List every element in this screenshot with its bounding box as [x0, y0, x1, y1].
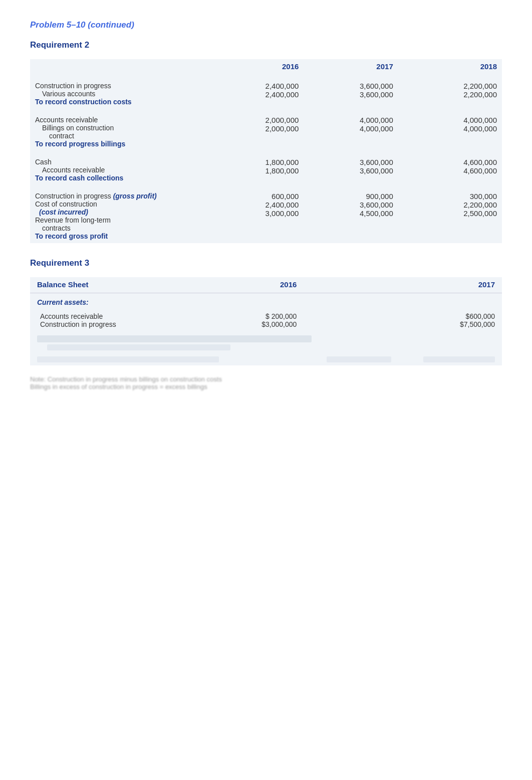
progress-billings-2018: 4,000,000 4,000,000 — [398, 109, 502, 151]
blurred-row-2 — [30, 354, 502, 365]
construction-costs-2018: 2,200,000 2,200,000 — [398, 75, 502, 109]
balance-sheet-label: Balance Sheet — [30, 277, 209, 293]
col-2016-header-req3: 2016 — [209, 277, 304, 293]
construction-costs-2017: 3,600,000 3,600,000 — [304, 75, 398, 109]
cash-collections-2018: 4,600,000 4,600,000 — [398, 151, 502, 185]
requirement3-title: Requirement 3 — [30, 258, 502, 268]
cash-collections-label: Cash Accounts receivable To record cash … — [30, 151, 209, 185]
ar-2016-amount: $ 200,000 $3,000,000 — [209, 309, 304, 331]
requirement2-title: Requirement 2 — [30, 40, 502, 50]
current-assets-row: Current assets: — [30, 293, 502, 310]
balance-sheet-header-row: Balance Sheet 2016 2017 — [30, 277, 502, 293]
ar-2017-amount: $600,000 $7,500,000 — [398, 309, 502, 331]
table-row: Accounts receivable Billings on construc… — [30, 109, 502, 151]
col-label-header — [30, 59, 209, 75]
table-row: Construction in progress (gross profit) … — [30, 185, 502, 243]
col-2018-header: 2018 — [398, 59, 502, 75]
construction-costs-label: Construction in progress Various account… — [30, 75, 209, 109]
table-row: Cash Accounts receivable To record cash … — [30, 151, 502, 185]
construction-costs-2016: 2,400,000 2,400,000 — [209, 75, 304, 109]
gross-profit-2016: 600,000 2,400,000 3,000,000 — [209, 185, 304, 243]
col-2017-header-req3: 2017 — [398, 277, 502, 293]
problem-title: Problem 5–10 (continued) — [30, 20, 502, 30]
blurred-row-1 — [30, 331, 502, 354]
accounts-receivable-row: Accounts receivable Construction in prog… — [30, 309, 502, 331]
gross-profit-label: Construction in progress (gross profit) … — [30, 185, 209, 243]
cash-collections-2017: 3,600,000 3,600,000 — [304, 151, 398, 185]
col-2016-header: 2016 — [209, 59, 304, 75]
gross-profit-2018: 300,000 2,200,000 2,500,000 — [398, 185, 502, 243]
current-assets-label: Current assets: — [37, 298, 89, 306]
requirement2-table: 2016 2017 2018 Construction in progress … — [30, 59, 502, 243]
requirement3-table: Balance Sheet 2016 2017 Current assets: … — [30, 277, 502, 365]
table-header-row: 2016 2017 2018 — [30, 59, 502, 75]
col3-req3 — [304, 309, 398, 331]
table-row: Construction in progress Various account… — [30, 75, 502, 109]
ar-label: Accounts receivable Construction in prog… — [30, 309, 209, 331]
footnote-blurred: Note: Construction in progress minus bil… — [30, 375, 502, 391]
progress-billings-label: Accounts receivable Billings on construc… — [30, 109, 209, 151]
gross-profit-2017: 900,000 3,600,000 4,500,000 — [304, 185, 398, 243]
progress-billings-2016: 2,000,000 2,000,000 — [209, 109, 304, 151]
col-2017-header: 2017 — [304, 59, 398, 75]
cash-collections-2016: 1,800,000 1,800,000 — [209, 151, 304, 185]
progress-billings-2017: 4,000,000 4,000,000 — [304, 109, 398, 151]
